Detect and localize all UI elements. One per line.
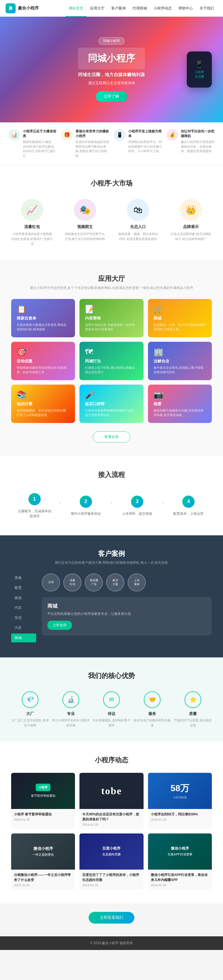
app-card-8[interactable]: 📷 相册 精美的图片相册展示功能,支持多种布局风格,提升视觉体验: [148, 385, 212, 423]
hero-subtitle: 同域生活圈，地方自媒体赚钱利器: [78, 72, 145, 78]
news-card-3[interactable]: 微信小程序一年之后的变化 分裂微信小程序——一年之后小程序带来了什么改变 201…: [11, 834, 75, 889]
news-card-title-0: 小程序 春节暂停审核通知: [14, 812, 72, 817]
logo[interactable]: 趣 趣合小程序: [6, 3, 39, 13]
process-step-3: 4 配置发布，上线运营: [165, 496, 212, 516]
hero-content: 同城小程序 同城小程序 同域生活圈，地方自媒体赚钱利器 通过互联网让生活变得更简…: [78, 37, 145, 102]
process-section: 接入流程 1 注册账号，完成基本信息填写 › 2 签约小程序服务协议 › 3 上…: [0, 457, 223, 535]
cases-sidebar-item-2[interactable]: 旅游: [11, 593, 36, 602]
app-icon-0: 📋: [17, 304, 69, 314]
app-icon-7: 🎤: [85, 390, 138, 399]
process-desc-3: 配置发布，上线运营: [172, 511, 205, 516]
news-img-4: 百度小程序生态趋向完善: [79, 834, 143, 870]
nav-item-news[interactable]: 小程序动态: [150, 0, 175, 17]
feature-item-3: 💰 别让对手比你先一步把握商机 趣合小程序助力您快速开展移动业务，实现自媒体、联…: [167, 129, 215, 158]
app-icon-2: 🛒: [154, 304, 206, 314]
app-card-4[interactable]: 🗺 同城打法 打通线上线下经营,通过地理位置触达周边潜在用户: [79, 342, 143, 380]
advantage-item-2: ✉ 传达 专业客服团队,及时响应客户需求: [93, 691, 130, 728]
news-date-2: 2019-01-25: [151, 818, 209, 821]
advantage-icon-3: 🤝: [144, 691, 160, 708]
news-img-1: tobe: [79, 773, 143, 809]
news-card-title-4: 百度也完了了了小程序的发布，小程序生态趋向完善: [82, 872, 141, 882]
app-card-3[interactable]: 🎯 活动优惠 帮助商家创建多样化营销活动,包括拼团、砍价等促销工具: [11, 342, 75, 380]
advantage-icon-4: ⭐: [184, 691, 201, 708]
cases-sidebar-item-4[interactable]: 学历: [11, 614, 36, 622]
feature-title-0: 小程序正处于大爆发前夜: [23, 129, 56, 138]
cases-section: 客户案例 我们正在为定制化客户提供方案,帮助他们把握移动端商机,每人一步,抢先先…: [0, 535, 223, 657]
news-card-1[interactable]: tobe 今天98%的企业还没有注册小程序，您真的准备好了吗？ 2019-01-…: [79, 773, 143, 829]
feature-icon-1: 🎁: [61, 129, 73, 141]
cases-sidebar-item-5[interactable]: 汽车: [11, 624, 36, 632]
cases-sidebar-item-active[interactable]: 商城: [11, 633, 36, 643]
app-desc-6: 支持视频课程、专栏等知识内容付费,打造个人IP和收益渠道: [17, 408, 69, 417]
advantages-title: 我们的核心优势: [11, 671, 212, 680]
news-card-title-1: 今天98%的企业还没有注册小程序，您真的准备好了吗？: [82, 812, 141, 822]
nav-item-about[interactable]: 关于我们: [196, 0, 217, 17]
app-card-1[interactable]: 📝 内容营销 适用于内容运营,全媒体矩阵一站式管理发布,助力流量增长: [79, 299, 143, 337]
cases-avatar-2: 朋友圈广告: [85, 573, 103, 592]
app-card-7[interactable]: 🎤 超店口碑帮 口碑评分体系帮助商家积累用户信任,提升复购率和转化: [79, 385, 143, 423]
cases-avatar-0: 乐享: [42, 573, 60, 592]
app-title-0: 商家自查单: [17, 316, 69, 321]
news-body-2: 小程序达到58万，同比增长68% 2019-01-25: [148, 809, 212, 824]
market-item-1: 🎭 视频图文 借助微信生态APP等流量平台,打造属于自己的内容营销矩阵: [64, 199, 106, 247]
nav-item-apphall[interactable]: 应用大厅: [87, 0, 108, 17]
advantage-icon-1: 🔬: [63, 691, 79, 708]
nav-item-agent[interactable]: 代理商城: [129, 0, 150, 17]
hero-cta-button[interactable]: 立即了解: [96, 91, 127, 102]
process-step-0: 1 注册账号，完成基本信息填写: [11, 493, 58, 519]
process-desc-2: 上传资料，提交审核: [120, 511, 154, 516]
news-card-0[interactable]: 小程序 春节暂停审核通知 小程序 春节暂停审核通知 2019-01-25: [11, 773, 75, 829]
cases-sidebar-item-0[interactable]: 美食: [11, 573, 36, 582]
nav-item-home[interactable]: 网站首页: [66, 0, 87, 17]
news-body-4: 百度也完了了了小程序的发布，小程序生态趋向完善 2019-01-25: [79, 870, 143, 889]
process-steps: 1 注册账号，完成基本信息填写 › 2 签约小程序服务协议 › 3 上传资料，提…: [11, 490, 212, 522]
feature-icon-3: 💰: [167, 129, 178, 141]
app-hall-subtitle: 通过小程序开开你的智慧,多个个性定制话配套服务网络,全面满足您的需要,一键生成让…: [28, 285, 195, 291]
news-body-0: 小程序 春节暂停审核通知 2019-01-25: [11, 809, 75, 824]
market-desc-1: 借助微信生态APP等流量平台,打造属于自己的内容营销矩阵: [64, 232, 106, 241]
feature-desc-3: 趣合小程序助力您快速开展移动业务，实现自媒体、联盟运营变现盈利: [181, 140, 215, 154]
app-title-2: 商城: [154, 316, 206, 321]
nav-item-help[interactable]: 帮助中心: [175, 0, 196, 17]
cases-sidebar-item-1[interactable]: 教育: [11, 584, 36, 592]
cases-content: 乐享 流量红包 朋友圈广告 解决方案 上传素材 商城 平台定制化模板让您的小程序…: [42, 573, 212, 644]
news-card-5[interactable]: 微信小程序引发APP行业变革 微信小程序引发APP行业变革，将在未来几年内颠覆A…: [148, 834, 212, 889]
cases-showcase-title: 商城: [47, 603, 206, 609]
hero-section: 同城小程序 同城小程序 同域生活圈，地方自媒体赚钱利器 通过互联网让生活变得更简…: [0, 17, 223, 123]
hero-side-phone: 📱 小程序 生活圈: [187, 51, 212, 88]
feature-title-2: 小程序开发上线极为简单: [128, 129, 162, 138]
process-arrow-1: ›: [111, 500, 112, 507]
market-icon-3: 👑: [180, 199, 202, 221]
advantage-title-2: 传达: [93, 711, 130, 716]
app-hall-more-button[interactable]: 查看全部: [93, 431, 130, 442]
cases-sidebar-item-3[interactable]: 汽车: [11, 603, 36, 612]
app-card-2[interactable]: 🛒 商城 包含商品、订单、客户等完整的电商管理系统,可快速上线: [148, 299, 212, 337]
advantage-item-1: 🔬 专业 专注小程序开发多年,积累丰富经验: [52, 691, 90, 728]
app-desc-8: 精美的图片相册展示功能,支持多种布局风格,提升视觉体验: [154, 408, 206, 417]
advantage-item-4: ⭐ 质量 严格把控产品质量,保证稳定运营: [174, 691, 212, 728]
feature-title-3: 别让对手比你先一步把握商机: [181, 129, 215, 138]
cases-showcase-button[interactable]: 立即使用: [47, 621, 72, 630]
app-card-5[interactable]: 🏢 达解合业 集中展示企业资讯,实现线上客户获取及商业模式转化: [148, 342, 212, 380]
news-card-4[interactable]: 百度小程序生态趋向完善 百度也完了了了小程序的发布，小程序生态趋向完善 2019…: [79, 834, 143, 889]
feature-item-1: 🎁 要做出有竞争力的爆款小程序 首选技术发展迅猛的互联网竞争品牌不断优化更新,把…: [61, 129, 109, 158]
footer-cta-button[interactable]: 立即联系我们: [89, 912, 134, 924]
nav-item-cases[interactable]: 客户案例: [108, 0, 129, 17]
market-item-3: 👑 品牌展示 打造企业品牌形象,提升品牌影响力,助力品牌营销推广: [170, 199, 212, 247]
cases-avatar-3: 解决方案: [106, 573, 124, 592]
feature-desc-0: 据相关数据统计,截至2018年底小程序总数达到230万,活跃用户已超6亿: [23, 140, 56, 158]
app-card-0[interactable]: 📋 商家自查单 丰富的商家大量满足日常需求,帮助实现营销目标,精准获客: [11, 299, 75, 337]
cases-subtitle: 我们正在为定制化客户提供方案,帮助他们把握移动端商机,每人一步,抢先先机: [42, 560, 181, 565]
app-card-6[interactable]: 📚 知识付费 支持视频课程、专栏等知识内容付费,打造个人IP和收益渠道: [11, 385, 75, 423]
cases-title: 客户案例: [0, 549, 223, 558]
app-title-3: 活动优惠: [17, 359, 69, 364]
app-title-5: 达解合业: [154, 359, 206, 364]
market-section: 小程序·大市场 📈 流量红包 小程序最直接的就是大量商家活动红包派发,积累用户,…: [0, 165, 223, 260]
header: 趣 趣合小程序 网站首页 应用大厅 客户案例 代理商城 小程序动态 帮助中心 关…: [0, 0, 223, 17]
app-title-8: 相册: [154, 402, 206, 407]
market-icon-1: 🎭: [74, 199, 96, 221]
hero-title: 同城小程序: [87, 52, 136, 65]
news-card-2[interactable]: 58万 小程序数量 小程序达到58万，同比增长68% 2019-01-25: [148, 773, 212, 829]
news-img-3: 微信小程序一年之后的变化: [11, 834, 75, 870]
app-desc-4: 打通线上线下经营,通过地理位置触达周边潜在用户: [85, 366, 138, 375]
